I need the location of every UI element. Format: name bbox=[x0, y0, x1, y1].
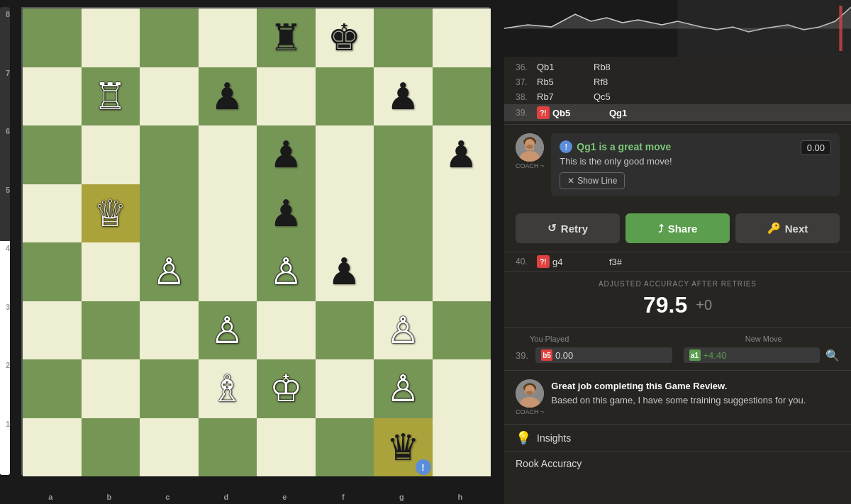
square-a6[interactable] bbox=[23, 125, 82, 184]
white-pawn-d3: ♙ bbox=[211, 312, 244, 349]
square-a8[interactable] bbox=[23, 9, 82, 67]
square-g6[interactable] bbox=[374, 125, 433, 184]
move-white-37[interactable]: Rb5 bbox=[537, 77, 594, 87]
square-d7[interactable]: ♟ bbox=[199, 67, 257, 126]
square-e8[interactable]: ♜ bbox=[257, 9, 316, 67]
move40-row[interactable]: 40. ?! g4 f3# bbox=[504, 252, 851, 271]
square-h6[interactable]: ♟ bbox=[433, 125, 491, 184]
rook-accuracy-section[interactable]: Rook Accuracy bbox=[504, 452, 851, 475]
coach-avatar-top bbox=[516, 133, 544, 162]
square-h2[interactable] bbox=[433, 359, 491, 418]
square-c6[interactable] bbox=[140, 125, 199, 184]
coach-label-bottom: COACH ~ bbox=[516, 408, 544, 415]
square-h8[interactable] bbox=[433, 9, 491, 67]
square-f1[interactable] bbox=[316, 418, 374, 477]
square-f2[interactable] bbox=[316, 359, 374, 418]
square-h3[interactable] bbox=[433, 301, 491, 360]
next-button[interactable]: 🔑 Next bbox=[735, 213, 840, 243]
square-a7[interactable] bbox=[23, 67, 82, 126]
square-e3[interactable] bbox=[257, 301, 316, 360]
square-b2[interactable] bbox=[82, 359, 140, 418]
square-c4[interactable]: ♙ bbox=[140, 242, 199, 301]
coach-message: Great job completing this Game Review. B… bbox=[551, 379, 840, 407]
blunder-badge-40: ?! bbox=[537, 255, 550, 268]
square-b4[interactable] bbox=[82, 242, 140, 301]
square-e6[interactable]: ♟ bbox=[257, 125, 316, 184]
move-black-40[interactable]: f3# bbox=[609, 257, 666, 267]
square-c5[interactable] bbox=[140, 184, 199, 243]
retry-button[interactable]: ↺ Retry bbox=[516, 213, 620, 243]
square-g1[interactable]: ♛ ! bbox=[374, 418, 433, 477]
square-c1[interactable] bbox=[140, 418, 199, 477]
square-h4[interactable] bbox=[433, 242, 491, 301]
square-b6[interactable] bbox=[82, 125, 140, 184]
show-line-button[interactable]: ✕ Show Line bbox=[560, 172, 625, 189]
svg-point-12 bbox=[526, 145, 533, 149]
white-pawn-g2: ♙ bbox=[386, 370, 420, 407]
insights-section[interactable]: 💡 Insights bbox=[504, 424, 851, 452]
move-row-37[interactable]: 37. Rb5 Rf8 bbox=[504, 74, 851, 89]
move-white-39[interactable]: Qb5 bbox=[552, 108, 609, 118]
new-move-badge[interactable]: a1 +4.40 bbox=[684, 347, 821, 363]
insights-row[interactable]: 💡 Insights bbox=[516, 430, 840, 446]
black-queen-g1: ♛ bbox=[386, 429, 420, 466]
square-g5[interactable] bbox=[374, 184, 433, 243]
move-white-38[interactable]: Rb7 bbox=[537, 91, 594, 102]
square-g8[interactable] bbox=[374, 9, 433, 67]
square-c7[interactable] bbox=[140, 67, 199, 126]
square-f3[interactable] bbox=[316, 301, 374, 360]
square-g4[interactable] bbox=[374, 242, 433, 301]
square-d3[interactable]: ♙ bbox=[199, 301, 257, 360]
square-g2[interactable]: ♙ bbox=[374, 359, 433, 418]
square-h5[interactable] bbox=[433, 184, 491, 243]
square-b1[interactable] bbox=[82, 418, 140, 477]
square-a4[interactable] bbox=[23, 242, 82, 301]
square-h7[interactable] bbox=[433, 67, 491, 126]
square-b3[interactable] bbox=[82, 301, 140, 360]
square-c8[interactable] bbox=[140, 9, 199, 67]
zoom-icon[interactable]: 🔍 bbox=[825, 349, 840, 362]
square-f5[interactable] bbox=[316, 184, 374, 243]
move-black-38[interactable]: Qc5 bbox=[594, 91, 650, 102]
square-d1[interactable] bbox=[199, 418, 257, 477]
square-a5[interactable] bbox=[23, 184, 82, 243]
square-f6[interactable] bbox=[316, 125, 374, 184]
move-black-37[interactable]: Rf8 bbox=[594, 77, 650, 87]
square-b8[interactable] bbox=[82, 9, 140, 67]
square-d5[interactable] bbox=[199, 184, 257, 243]
square-d8[interactable] bbox=[199, 9, 257, 67]
move-black-39[interactable]: Qg1 bbox=[609, 108, 666, 118]
square-d6[interactable] bbox=[199, 125, 257, 184]
square-c2[interactable] bbox=[140, 359, 199, 418]
square-e7[interactable] bbox=[257, 67, 316, 126]
square-d2[interactable]: ♗ bbox=[199, 359, 257, 418]
square-b5[interactable]: ♕ bbox=[82, 184, 140, 243]
move-row-39[interactable]: 39. ?! Qb5 Qg1 bbox=[504, 104, 851, 121]
square-a2[interactable] bbox=[23, 359, 82, 418]
move-white-40[interactable]: g4 bbox=[552, 257, 609, 267]
square-g7[interactable]: ♟ bbox=[374, 67, 433, 126]
move-row-36[interactable]: 36. Qb1 Rb8 bbox=[504, 60, 851, 74]
square-a1[interactable] bbox=[23, 418, 82, 477]
move-row-38[interactable]: 38. Rb7 Qc5 bbox=[504, 89, 851, 104]
show-line-label: Show Line bbox=[577, 176, 617, 186]
square-f7[interactable] bbox=[316, 67, 374, 126]
rook-accuracy-label: Rook Accuracy bbox=[516, 458, 582, 469]
square-a3[interactable] bbox=[23, 301, 82, 360]
square-f4[interactable]: ♟ bbox=[316, 242, 374, 301]
square-b7[interactable]: ♖ bbox=[82, 67, 140, 126]
chessboard[interactable]: ♜ ♚ ♖ ♟ ♟ ♟ ♟ ♕ ♟ bbox=[21, 7, 489, 475]
share-button[interactable]: ⤴ Share bbox=[625, 213, 730, 243]
square-e4[interactable]: ♙ bbox=[257, 242, 316, 301]
square-e5[interactable]: ♟ bbox=[257, 184, 316, 243]
square-d4[interactable] bbox=[199, 242, 257, 301]
move-black-36[interactable]: Rb8 bbox=[594, 62, 650, 72]
you-played-badge[interactable]: b5 0.00 bbox=[535, 347, 672, 363]
square-e1[interactable] bbox=[257, 418, 316, 477]
square-e2[interactable]: ♔ bbox=[257, 359, 316, 418]
square-g3[interactable]: ♙ bbox=[374, 301, 433, 360]
square-h1[interactable] bbox=[433, 418, 491, 477]
move-white-36[interactable]: Qb1 bbox=[537, 62, 594, 72]
square-f8[interactable]: ♚ bbox=[316, 9, 374, 67]
square-c3[interactable] bbox=[140, 301, 199, 360]
